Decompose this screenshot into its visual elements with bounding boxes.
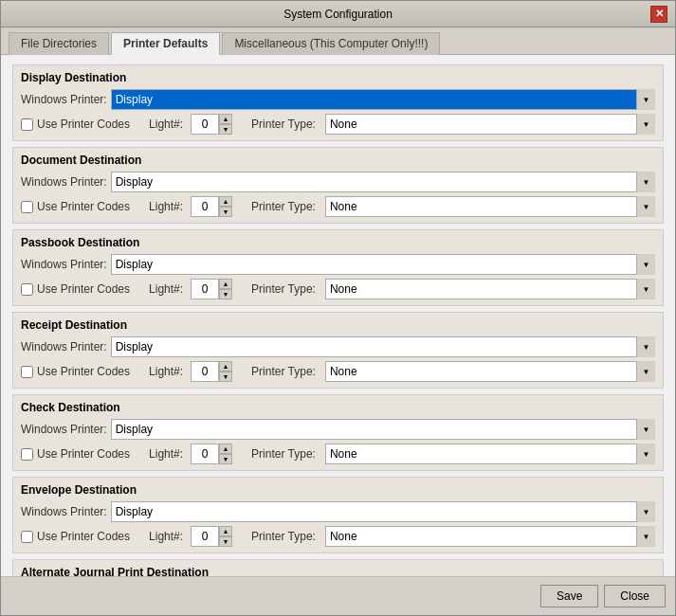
use-printer-codes-check-passbook[interactable]: Use Printer Codes	[21, 282, 134, 296]
section-title-display: Display Destination	[21, 71, 655, 84]
spinner-down-receipt[interactable]: ▼	[219, 371, 232, 382]
light-spinner-receipt[interactable]: ▲ ▼	[191, 361, 232, 382]
printer-type-select-check[interactable]: None ▼	[325, 444, 655, 464]
options-row-receipt: Use Printer Codes Light#: ▲ ▼ Printer Ty…	[21, 361, 655, 382]
options-row-check: Use Printer Codes Light#: ▲ ▼ Printer Ty…	[21, 444, 655, 464]
section-title-passbook: Passbook Destination	[21, 236, 655, 249]
main-window: System Configuration ✕ File Directories …	[0, 0, 676, 616]
close-icon[interactable]: ✕	[650, 6, 667, 23]
spinner-up-document[interactable]: ▲	[219, 196, 232, 207]
spinner-down-display[interactable]: ▼	[219, 124, 232, 135]
section-title-alternate-journal: Alternate Journal Print Destination	[21, 566, 655, 576]
section-title-envelope: Envelope Destination	[21, 483, 655, 497]
windows-printer-select-document[interactable]: Display ▼	[111, 172, 655, 192]
windows-printer-row-display: Windows Printer: Display ▼	[21, 89, 655, 110]
spinner-up-receipt[interactable]: ▲	[219, 361, 232, 371]
light-spinner-passbook[interactable]: ▲ ▼	[191, 279, 232, 299]
windows-printer-label-receipt: Windows Printer:	[21, 340, 107, 353]
section-display-destination: Display Destination Windows Printer: Dis…	[12, 64, 664, 141]
windows-printer-row-envelope: Windows Printer: Display ▼	[21, 501, 655, 522]
use-printer-codes-check-receipt[interactable]: Use Printer Codes	[21, 365, 134, 378]
light-spinner-check[interactable]: ▲ ▼	[191, 444, 232, 464]
light-spinner-document[interactable]: ▲ ▼	[191, 196, 232, 217]
section-title-document: Document Destination	[21, 154, 655, 167]
windows-printer-row-check: Windows Printer: Display ▼	[21, 419, 655, 440]
light-spinner-display[interactable]: ▲ ▼	[191, 114, 232, 135]
windows-printer-label-display: Windows Printer:	[21, 93, 107, 106]
windows-printer-row-receipt: Windows Printer: Display ▼	[21, 336, 655, 357]
section-title-receipt: Receipt Destination	[21, 318, 655, 332]
tab-file-directories[interactable]: File Directories	[9, 32, 109, 55]
content-area: Display Destination Windows Printer: Dis…	[1, 55, 675, 576]
spinner-down-document[interactable]: ▼	[219, 207, 232, 217]
title-bar: System Configuration ✕	[1, 1, 675, 27]
spinner-up-envelope[interactable]: ▲	[219, 526, 232, 536]
options-row-envelope: Use Printer Codes Light#: ▲ ▼ Printer Ty…	[21, 526, 655, 547]
printer-type-select-envelope[interactable]: None ▼	[325, 526, 655, 547]
windows-printer-select-passbook[interactable]: Display ▼	[111, 254, 655, 275]
windows-printer-select-receipt[interactable]: Display ▼	[111, 336, 655, 357]
windows-printer-select-display[interactable]: Display ▼	[111, 89, 655, 110]
windows-printer-label-envelope: Windows Printer:	[21, 505, 107, 518]
spinner-down-passbook[interactable]: ▼	[219, 289, 232, 299]
save-button[interactable]: Save	[540, 585, 598, 607]
printer-type-select-passbook[interactable]: None ▼	[325, 279, 655, 299]
section-alternate-journal-destination: Alternate Journal Print Destination Wind…	[12, 559, 664, 576]
light-spinner-envelope[interactable]: ▲ ▼	[191, 526, 232, 547]
section-check-destination: Check Destination Windows Printer: Displ…	[12, 394, 664, 471]
use-printer-codes-check-display[interactable]: Use Printer Codes	[21, 118, 134, 131]
printer-type-select-receipt[interactable]: None ▼	[325, 361, 655, 382]
tab-bar: File Directories Printer Defaults Miscel…	[1, 27, 675, 55]
section-receipt-destination: Receipt Destination Windows Printer: Dis…	[12, 312, 664, 389]
section-envelope-destination: Envelope Destination Windows Printer: Di…	[12, 477, 664, 553]
spinner-up-passbook[interactable]: ▲	[219, 279, 232, 289]
use-printer-codes-check-envelope[interactable]: Use Printer Codes	[21, 530, 134, 543]
options-row-display: Use Printer Codes Light#: ▲ ▼ Printer Ty…	[21, 114, 655, 135]
tab-printer-defaults[interactable]: Printer Defaults	[111, 32, 220, 55]
printer-type-select-display[interactable]: None ▼	[325, 114, 655, 135]
options-row-passbook: Use Printer Codes Light#: ▲ ▼ Printer Ty…	[21, 279, 655, 299]
windows-printer-row-passbook: Windows Printer: Display ▼	[21, 254, 655, 275]
tab-miscellaneous[interactable]: Miscellaneous (This Computer Only!!!)	[222, 32, 440, 55]
printer-type-select-document[interactable]: None ▼	[325, 196, 655, 217]
footer: Save Close	[1, 576, 675, 615]
use-printer-codes-check-document[interactable]: Use Printer Codes	[21, 200, 134, 213]
windows-printer-label-passbook: Windows Printer:	[21, 258, 107, 271]
windows-printer-row-document: Windows Printer: Display ▼	[21, 172, 655, 192]
section-title-check: Check Destination	[21, 401, 655, 414]
window-title: System Configuration	[26, 8, 650, 21]
section-document-destination: Document Destination Windows Printer: Di…	[12, 147, 664, 224]
close-button[interactable]: Close	[604, 585, 666, 607]
spinner-up-check[interactable]: ▲	[219, 444, 232, 454]
windows-printer-label-check: Windows Printer:	[21, 423, 107, 436]
options-row-document: Use Printer Codes Light#: ▲ ▼ Printer Ty…	[21, 196, 655, 217]
spinner-down-envelope[interactable]: ▼	[219, 536, 232, 547]
spinner-up-display[interactable]: ▲	[219, 114, 232, 124]
windows-printer-select-check[interactable]: Display ▼	[111, 419, 655, 440]
windows-printer-label-document: Windows Printer:	[21, 175, 107, 189]
section-passbook-destination: Passbook Destination Windows Printer: Di…	[12, 229, 664, 306]
spinner-down-check[interactable]: ▼	[219, 454, 232, 464]
use-printer-codes-check-check[interactable]: Use Printer Codes	[21, 447, 134, 461]
windows-printer-select-envelope[interactable]: Display ▼	[111, 501, 655, 522]
